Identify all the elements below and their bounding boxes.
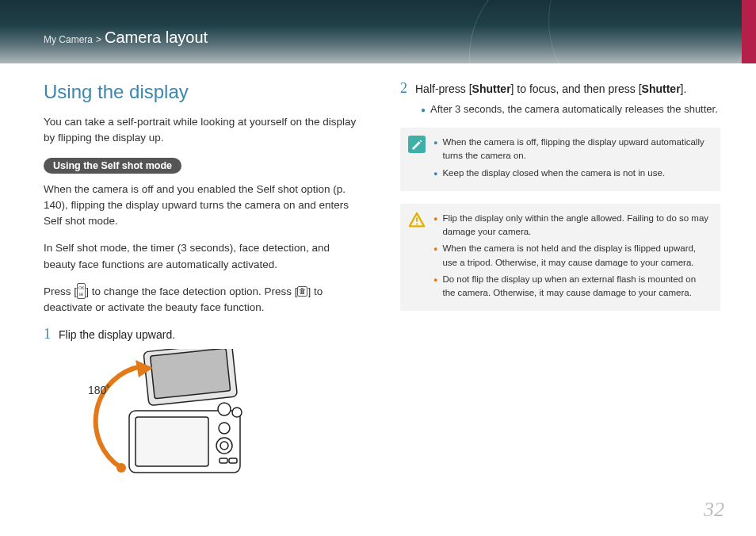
step-2-sub: ● After 3 seconds, the camera automatica… [421, 103, 720, 115]
paragraph-2: In Self shot mode, the timer (3 seconds)… [44, 240, 361, 273]
svg-rect-14 [416, 217, 418, 222]
ok-button-icon [77, 283, 86, 299]
svg-rect-1 [151, 349, 231, 399]
svg-point-6 [219, 423, 230, 434]
svg-rect-15 [416, 223, 418, 224]
step-2: 2 Half-press [Shutter] to focus, and the… [400, 81, 720, 95]
right-column: 2 Half-press [Shutter] to focus, and the… [400, 81, 720, 484]
camera-illustration [75, 349, 250, 484]
note-box-info: ●When the camera is off, flipping the di… [400, 128, 720, 191]
paragraph-3: Press [] to change the face detection op… [44, 284, 361, 316]
step-text: Half-press [Shutter] to focus, and then … [415, 81, 686, 95]
step-text: Flip the display upward. [59, 327, 175, 341]
paragraph-1: When the camera is off and you enabled t… [44, 182, 361, 230]
step-number: 2 [400, 81, 407, 95]
list-item: ●When the camera is not held and the dis… [433, 242, 711, 270]
breadcrumb: My Camera > Camera layout [44, 16, 756, 47]
warning-list: ●Flip the display only within the angle … [433, 212, 711, 301]
step-number: 1 [44, 327, 51, 341]
pencil-icon [408, 136, 426, 153]
svg-rect-3 [136, 417, 208, 466]
sub-text: After 3 seconds, the camera automaticall… [430, 103, 718, 115]
list-item: ●When the camera is off, flipping the di… [433, 136, 711, 163]
delete-button-icon [297, 286, 307, 297]
breadcrumb-section: Camera layout [105, 29, 208, 47]
svg-rect-10 [229, 458, 237, 463]
svg-point-12 [116, 463, 126, 473]
breadcrumb-separator: > [96, 34, 101, 45]
note-box-warning: ●Flip the display only within the angle … [400, 204, 720, 312]
accent-bar [742, 0, 756, 63]
warning-icon [408, 212, 426, 229]
list-item: ●Keep the display closed when the camera… [433, 167, 711, 180]
step-1: 1 Flip the display upward. [44, 327, 361, 341]
list-item: ●Flip the display only within the angle … [433, 212, 711, 239]
page-header: My Camera > Camera layout [0, 0, 756, 63]
bullet-icon: ● [421, 103, 426, 115]
angle-label: 180˚ [88, 384, 110, 396]
subsection-pill: Using the Self shot mode [44, 158, 181, 174]
left-column: Using the display You can take a self-po… [44, 81, 361, 484]
content-area: Using the display You can take a self-po… [0, 63, 756, 484]
section-title: Using the display [44, 81, 361, 103]
svg-point-4 [218, 403, 231, 415]
page-number: 32 [704, 498, 724, 522]
svg-rect-9 [220, 458, 227, 463]
camera-flip-diagram: 180˚ [75, 349, 250, 484]
svg-point-8 [220, 442, 228, 450]
note-list: ●When the camera is off, flipping the di… [433, 136, 711, 180]
intro-text: You can take a self-portrait while looki… [44, 114, 361, 147]
svg-point-5 [232, 408, 242, 417]
list-item: ●Do not flip the display up when an exte… [433, 273, 711, 301]
breadcrumb-parent: My Camera [44, 34, 93, 45]
